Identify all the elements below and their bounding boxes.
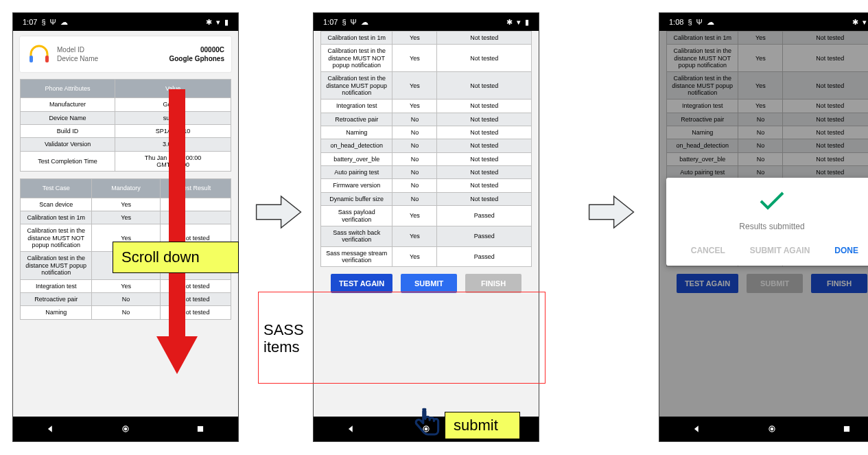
recents-icon[interactable] — [196, 424, 205, 434]
test-mandatory: No — [392, 113, 437, 126]
test-result: Not tested — [437, 152, 532, 165]
test-result: Passed — [437, 226, 532, 246]
test-mandatory: No — [392, 139, 437, 152]
status-bar: 1:07 § Ψ ☁ ✱ ▾ ▮ — [314, 13, 539, 31]
test-result: Passed — [437, 246, 532, 267]
attr-label: Validator Version — [21, 138, 115, 151]
scroll-down-text: Scroll down — [121, 248, 200, 266]
cloud-icon: ☁ — [60, 18, 68, 27]
test-result: Not tested — [437, 192, 532, 205]
table-row: on_head_detectionNoNot tested — [321, 139, 532, 152]
test-mandatory: Yes — [392, 246, 437, 267]
battery-icon: ▮ — [224, 18, 228, 27]
test-result: Not tested — [437, 179, 532, 192]
test-mandatory: Yes — [392, 100, 437, 113]
table-row: Calibration test in the distance MUST NO… — [321, 45, 532, 72]
table-row: Sass message stream verificationYesPasse… — [321, 246, 532, 267]
attr-header: Phone Attributes — [21, 80, 115, 98]
status-icon: § — [342, 18, 346, 26]
phone-screenshot-1: 1:07 § Ψ ☁ ✱ ▾ ▮ Model ID 00000C — [12, 12, 239, 442]
test-mandatory: Yes — [392, 32, 437, 45]
svg-rect-5 — [169, 89, 185, 343]
status-icon: Ψ — [50, 18, 56, 26]
done-button[interactable]: DONE — [830, 245, 863, 256]
battery-icon: ▮ — [525, 18, 529, 27]
scroll-down-arrow-icon — [156, 89, 198, 377]
table-row: Dynamic buffer sizeNoNot tested — [321, 192, 532, 205]
cloud-icon: ☁ — [707, 18, 714, 27]
table-row: Sass switch back verificationYesPassed — [321, 226, 532, 246]
submit-annotation: submit — [445, 412, 520, 439]
test-result: Passed — [437, 206, 532, 226]
test-name: Dynamic buffer size — [321, 192, 392, 205]
phone-attributes-table: Phone Attributes Value ManufacturerGoogl… — [20, 79, 231, 172]
test-result: Not tested — [437, 113, 532, 126]
svg-rect-12 — [844, 426, 849, 432]
test-name: Sass message stream verification — [321, 246, 392, 267]
test-mandatory: No — [92, 306, 160, 319]
status-bar: 1:08 § Ψ ☁ ✱ ▾ ▮ — [659, 13, 868, 31]
back-icon[interactable] — [692, 424, 702, 434]
test-results-table[interactable]: Calibration test in 1mYesNot testedCalib… — [320, 31, 532, 267]
test-name: Scan device — [21, 198, 92, 211]
table-row: Test Completion TimeThu Jan 01 08:00:00 … — [21, 151, 231, 172]
back-icon[interactable] — [46, 424, 56, 434]
status-icon: Ψ — [351, 18, 357, 26]
results-dialog: Results submitted CANCEL SUBMIT AGAIN DO… — [666, 178, 868, 266]
table-row: Validator Version3.0.101 — [21, 138, 231, 151]
test-mandatory: No — [392, 152, 437, 165]
home-icon[interactable] — [121, 424, 130, 434]
finish-button[interactable]: FINISH — [465, 274, 521, 293]
svg-rect-4 — [198, 426, 203, 432]
table-row: Integration testYesNot tested — [21, 279, 231, 292]
test-result: Not tested — [437, 139, 532, 152]
bluetooth-icon: ✱ — [206, 18, 212, 27]
test-name: on_head_detection — [321, 139, 392, 152]
wifi-icon: ▾ — [216, 18, 220, 27]
test-mandatory: No — [392, 192, 437, 205]
test-result: Not tested — [437, 166, 532, 179]
cancel-button[interactable]: CANCEL — [687, 245, 729, 256]
test-result: Not tested — [437, 72, 532, 100]
table-row: ManufacturerGoogle — [21, 98, 231, 111]
svg-rect-1 — [45, 56, 49, 62]
test-again-button[interactable]: TEST AGAIN — [331, 274, 392, 293]
android-nav-bar — [13, 417, 238, 441]
status-bar: 1:07 § Ψ ☁ ✱ ▾ ▮ — [13, 13, 238, 31]
test-mandatory: Yes — [92, 211, 160, 224]
test-mandatory: No — [92, 292, 160, 305]
test-name: Naming — [21, 306, 92, 319]
test-name: Calibration test in the distance MUST po… — [321, 72, 392, 100]
test-name: Retroactive pair — [21, 292, 92, 305]
submit-again-button[interactable]: SUBMIT AGAIN — [746, 245, 814, 256]
flow-arrow-icon — [254, 192, 303, 232]
table-row: Scan deviceYes — [21, 198, 231, 211]
submit-button[interactable]: SUBMIT — [401, 274, 457, 293]
test-mandatory: Yes — [392, 206, 437, 226]
dialog-message: Results submitted — [669, 222, 868, 231]
status-icon: § — [688, 18, 692, 26]
sass-items-annotation: SASS items — [263, 321, 304, 356]
test-name: Sass payload verification — [321, 206, 392, 226]
attr-label: Build ID — [21, 125, 115, 138]
table-row: NamingNoNot tested — [21, 306, 231, 319]
attr-label: Manufacturer — [21, 98, 115, 111]
phone-screenshot-3: 1:08 § Ψ ☁ ✱ ▾ ▮ Calibration test in 1mY… — [659, 12, 868, 442]
submit-annotation-text: submit — [454, 417, 498, 434]
wifi-icon: ▾ — [863, 18, 867, 27]
back-icon[interactable] — [347, 424, 356, 434]
svg-marker-6 — [156, 336, 198, 374]
device-card: Model ID 00000C Device Name Google Gphon… — [20, 36, 231, 72]
bluetooth-icon: ✱ — [852, 18, 858, 27]
recents-icon[interactable] — [842, 424, 852, 434]
flow-arrow-icon — [587, 192, 636, 232]
status-icon: Ψ — [696, 18, 703, 26]
test-name: Integration test — [21, 279, 92, 292]
device-name-label: Device Name — [57, 55, 98, 62]
test-mandatory: Yes — [392, 45, 437, 72]
home-icon[interactable] — [767, 424, 777, 434]
test-name: Calibration test in the distance MUST NO… — [321, 45, 392, 72]
table-row: Sass payload verificationYesPassed — [321, 206, 532, 226]
test-name: Sass switch back verification — [321, 226, 392, 246]
table-row: Device Namesunfish — [21, 111, 231, 124]
